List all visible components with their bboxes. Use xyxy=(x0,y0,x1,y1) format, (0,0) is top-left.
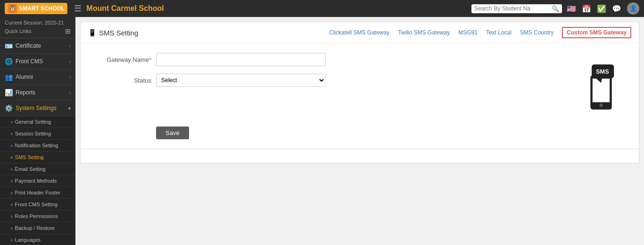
sidebar-item-alumni[interactable]: 👥 Alumni › xyxy=(0,69,75,85)
sidebar-item-label: System Settings xyxy=(16,105,57,111)
chevron-right-icon: › xyxy=(69,75,71,80)
sms-setting-header: 📱 SMS Setting Clickatell SMS Gateway Twi… xyxy=(81,22,639,43)
tab-clickatell[interactable]: Clickatell SMS Gateway xyxy=(329,28,389,37)
layout: Current Session: 2020-21 Quick Links ⊞ 🪪… xyxy=(0,17,644,245)
sub-item-label: Roles Permissions xyxy=(15,213,58,219)
sub-item-label: Email Setting xyxy=(15,166,46,172)
school-name: Mount Carmel School xyxy=(86,4,467,13)
status-label: Status xyxy=(95,77,156,84)
svg-point-2 xyxy=(599,103,603,107)
sidebar-item-payment-methods[interactable]: Payment Methods xyxy=(0,175,75,187)
quick-links: Quick Links ⊞ xyxy=(0,26,75,38)
settings-icon: ⚙️ xyxy=(5,104,13,112)
status-select[interactable]: Select Active Inactive xyxy=(156,74,326,87)
tab-msg91[interactable]: MSG91 xyxy=(458,28,478,37)
hamburger-icon[interactable]: ☰ xyxy=(74,3,82,14)
logo[interactable]: 🦉 SMART SCHOOL xyxy=(5,3,67,14)
sidebar-item-notification-setting[interactable]: Notification Setting xyxy=(0,140,75,152)
session-info: Current Session: 2020-21 xyxy=(0,17,75,26)
logo-text: SMART SCHOOL xyxy=(19,5,65,12)
chevron-right-icon: › xyxy=(69,43,71,49)
sidebar-item-front-cms[interactable]: 🌐 Front CMS › xyxy=(0,54,75,69)
flag-icon[interactable]: 🇺🇸 xyxy=(567,4,576,13)
certificate-icon: 🪪 xyxy=(5,42,13,50)
save-button[interactable]: Save xyxy=(156,127,189,139)
sub-item-label: Backup / Restore xyxy=(15,225,55,231)
sidebar-item-general-setting[interactable]: General Setting xyxy=(0,116,75,128)
sub-item-label: Languages xyxy=(15,237,41,243)
svg-text:SMS: SMS xyxy=(596,68,609,75)
quick-links-label: Quick Links xyxy=(5,28,32,34)
sidebar-item-sms-setting[interactable]: SMS Setting xyxy=(0,152,75,163)
form-area: Gateway Name* Status Select Active Inact… xyxy=(81,43,639,119)
sidebar-item-label: Front CMS xyxy=(16,58,43,65)
search-box: 🔍 xyxy=(471,4,562,13)
check-icon[interactable]: ✅ xyxy=(597,4,606,13)
sidebar-item-languages[interactable]: Languages xyxy=(0,234,75,245)
tab-text-local[interactable]: Text Local xyxy=(486,28,512,37)
whatsapp-icon[interactable]: 💬 xyxy=(612,4,621,13)
user-avatar[interactable]: 👤 xyxy=(627,2,639,15)
sidebar-item-label: Reports xyxy=(16,89,35,96)
sub-item-label: Front CMS Setting xyxy=(15,202,58,207)
sub-item-label: Session Setting xyxy=(15,131,51,136)
search-icon[interactable]: 🔍 xyxy=(552,5,559,12)
sub-item-label: SMS Setting xyxy=(15,154,44,160)
sidebar-item-session-setting[interactable]: Session Setting xyxy=(0,128,75,140)
tab-sms-country[interactable]: SMS Country xyxy=(520,28,553,37)
sidebar-item-roles-permissions[interactable]: Roles Permissions xyxy=(0,211,75,222)
reports-icon: 📊 xyxy=(5,89,13,96)
sms-illustration: SMS xyxy=(578,53,625,110)
top-navbar: 🦉 SMART SCHOOL ☰ Mount Carmel School 🔍 🇺… xyxy=(0,0,644,17)
gateway-name-label: Gateway Name* xyxy=(95,56,156,63)
search-input[interactable] xyxy=(474,5,550,12)
sidebar-item-system-settings[interactable]: ⚙️ System Settings ▾ xyxy=(0,101,75,116)
sub-item-label: Notification Setting xyxy=(15,143,58,148)
system-settings-submenu: General Setting Session Setting Notifica… xyxy=(0,116,75,245)
main-content: 📱 SMS Setting Clickatell SMS Gateway Twi… xyxy=(75,17,644,245)
sidebar-item-front-cms-setting[interactable]: Front CMS Setting xyxy=(0,199,75,211)
alumni-icon: 👥 xyxy=(5,73,13,81)
sms-phone-svg: SMS xyxy=(578,62,625,110)
chevron-down-icon: ▾ xyxy=(68,106,71,111)
gateway-name-row: Gateway Name* xyxy=(95,53,559,66)
sidebar-item-label: Alumni xyxy=(16,74,33,80)
calendar-icon[interactable]: 📅 xyxy=(582,4,591,13)
status-row: Status Select Active Inactive xyxy=(95,74,559,87)
form-fields: Gateway Name* Status Select Active Inact… xyxy=(95,53,559,110)
page-title: SMS Setting xyxy=(99,29,138,37)
sms-setting-title: 📱 SMS Setting xyxy=(88,29,325,37)
sidebar-item-reports[interactable]: 📊 Reports › xyxy=(0,85,75,101)
logo-icon: 🦉 xyxy=(8,4,17,13)
cms-icon: 🌐 xyxy=(5,58,13,65)
chevron-right-icon: › xyxy=(69,90,71,95)
sidebar-item-print-header-footer[interactable]: Print Header Footer xyxy=(0,187,75,199)
grid-icon[interactable]: ⊞ xyxy=(65,27,71,35)
sub-item-label: Payment Methods xyxy=(15,178,57,184)
sidebar-item-label: Certificate xyxy=(16,42,41,49)
sub-item-label: General Setting xyxy=(15,119,51,125)
gateway-tabs: Clickatell SMS Gateway Twilio SMS Gatewa… xyxy=(329,27,631,38)
mobile-icon: 📱 xyxy=(88,29,96,36)
divider xyxy=(81,149,639,149)
chevron-right-icon: › xyxy=(69,59,71,64)
sidebar-item-certificate[interactable]: 🪪 Certificate › xyxy=(0,38,75,54)
sidebar: Current Session: 2020-21 Quick Links ⊞ 🪪… xyxy=(0,17,75,245)
sidebar-item-email-setting[interactable]: Email Setting xyxy=(0,163,75,175)
sidebar-item-backup-restore[interactable]: Backup / Restore xyxy=(0,222,75,234)
sub-item-label: Print Header Footer xyxy=(15,190,61,195)
tab-twilio[interactable]: Twilio SMS Gateway xyxy=(398,28,450,37)
nav-icons: 🇺🇸 📅 ✅ 💬 👤 xyxy=(567,2,639,15)
save-area: Save xyxy=(81,119,639,149)
gateway-name-input[interactable] xyxy=(156,53,326,66)
tab-custom-sms[interactable]: Custom SMS Gateway xyxy=(562,27,631,38)
content-panel: 📱 SMS Setting Clickatell SMS Gateway Twi… xyxy=(80,22,639,163)
